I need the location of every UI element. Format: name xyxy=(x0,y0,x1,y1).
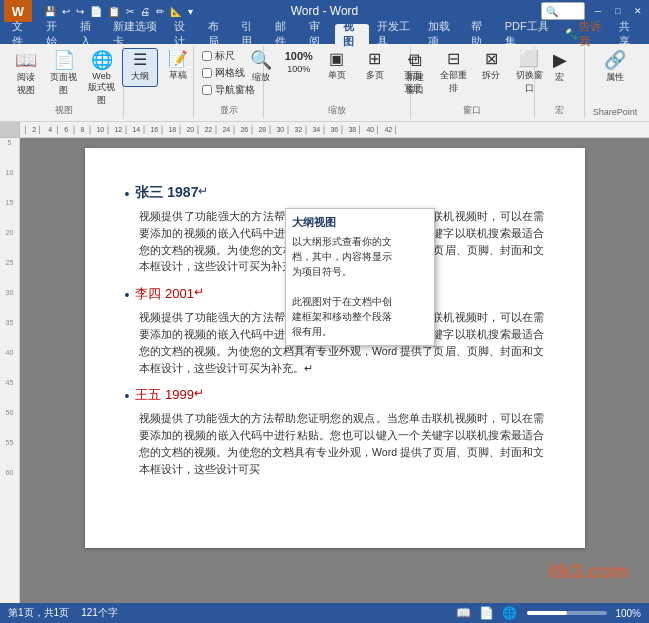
gridlines-checkbox[interactable] xyxy=(202,68,212,78)
list-item-3: • 王五 1999 ↵ xyxy=(125,386,545,404)
item-title-1[interactable]: 张三 1987 xyxy=(135,184,198,202)
qa-cut-icon[interactable]: ✂ xyxy=(124,5,136,18)
tab-layout[interactable]: 布局 xyxy=(200,24,234,44)
multipage-button[interactable]: ⊞ 多页 xyxy=(357,48,393,85)
ruler-label: 标尺 xyxy=(215,49,235,63)
redo-icon[interactable]: ↪ xyxy=(74,5,86,18)
ruler-num-45: 45 xyxy=(0,378,19,408)
tab-design[interactable]: 设计 xyxy=(166,24,200,44)
qa-print-icon[interactable]: 🖨 xyxy=(138,5,152,18)
para-mark-1: ↵ xyxy=(198,184,208,198)
ruler-checkbox[interactable] xyxy=(202,51,212,61)
close-button[interactable]: ✕ xyxy=(631,4,645,18)
undo-icon[interactable]: ↩ xyxy=(60,5,72,18)
zoom100-button[interactable]: 100% 100% xyxy=(281,48,317,77)
tab-newdoc[interactable]: 新建选项卡 xyxy=(105,24,165,44)
web-icon: 🌐 xyxy=(91,51,113,69)
tab-pdf[interactable]: PDF工具集 xyxy=(497,24,557,44)
newwindow-button[interactable]: ⧉ 新建窗口 xyxy=(397,48,433,100)
page-label: 页面视图 xyxy=(50,71,78,97)
page-icon: 📄 xyxy=(53,51,75,69)
qa-pencil-icon[interactable]: ✏ xyxy=(154,5,166,18)
page-view-button[interactable]: 📄 页面视图 xyxy=(46,48,82,100)
ruler-num-60: 60 xyxy=(0,468,19,498)
item-title-3[interactable]: 王五 1999 xyxy=(135,386,194,404)
tab-insert[interactable]: 插入 xyxy=(72,24,106,44)
minimize-button[interactable]: ─ xyxy=(591,4,605,18)
save-icon[interactable]: 💾 xyxy=(42,5,58,18)
outline-button[interactable]: ☰ 大纲 xyxy=(122,48,158,87)
outline-content: ☰ 大纲 📝 草稿 xyxy=(122,48,196,117)
ribbon-group-macro: ▶ 宏 宏 xyxy=(535,46,585,119)
qa-more-icon[interactable]: ▾ xyxy=(186,5,195,18)
ruler-container: │ 2 │ 4 │ 6 │ 8 │ 10 │ 12 │ 14 │ 16 │ 18… xyxy=(0,122,649,138)
item-title-2[interactable]: 李四 2001 xyxy=(135,285,194,303)
title-bar-title: Word - Word xyxy=(291,4,359,18)
zoom-group-label: 缩放 xyxy=(264,104,410,117)
macro-button[interactable]: ▶ 宏 xyxy=(542,48,578,87)
tooltip-title: 大纲视图 xyxy=(292,215,428,230)
ruler-num-20: 20 xyxy=(0,228,19,258)
split-button[interactable]: ⊠ 拆分 xyxy=(473,48,509,85)
bullet-dot-2: • xyxy=(125,287,130,303)
status-bar: 第1页，共1页 121个字 📖 📄 🌐 100% xyxy=(0,603,649,623)
tooltip-text: 以大纲形式查看你的文档，其中，内容将显示为项目符号。此视图对于在文档中创建框架和… xyxy=(292,234,428,339)
macro-group-label: 宏 xyxy=(535,104,584,117)
tab-mail[interactable]: 邮件 xyxy=(267,24,301,44)
ribbon-tabs: 文件 开始 插入 新建选项卡 设计 布局 引用 邮件 审阅 视图 开发工具 加载… xyxy=(0,22,649,44)
ruler-num-5: 5 xyxy=(0,138,19,168)
tab-help[interactable]: 帮助 xyxy=(463,24,497,44)
tab-review[interactable]: 审阅 xyxy=(301,24,335,44)
word-count: 121个字 xyxy=(81,606,118,620)
restore-button[interactable]: □ xyxy=(611,4,625,18)
tab-view[interactable]: 视图 xyxy=(335,24,369,44)
arrange-button[interactable]: ⊟ 全部重排 xyxy=(435,48,471,98)
draft-button[interactable]: 📝 草稿 xyxy=(160,48,196,85)
read-view-button[interactable]: 📖 阅读视图 xyxy=(8,48,44,100)
draft-icon: 📝 xyxy=(168,51,188,67)
ruler-top-marks: │ 2 │ 4 │ 6 │ 8 │ 10 │ 12 │ 14 │ 16 │ 18… xyxy=(24,126,399,133)
tab-developer[interactable]: 开发工具 xyxy=(369,24,421,44)
tab-share[interactable]: 共享 xyxy=(611,24,645,44)
gridlines-label: 网格线 xyxy=(215,66,245,80)
macro-icon: ▶ xyxy=(553,51,567,69)
tab-file[interactable]: 文件 xyxy=(4,24,38,44)
ribbon-group-views: 📖 阅读视图 📄 页面视图 🌐 Web 版式视图 视图 xyxy=(4,46,124,119)
document-area[interactable]: 大纲视图 以大纲形式查看你的文档，其中，内容将显示为项目符号。此视图对于在文档中… xyxy=(20,138,649,603)
zoom-icon: 🔍 xyxy=(250,51,272,69)
tab-references[interactable]: 引用 xyxy=(233,24,267,44)
page-info: 第1页，共1页 xyxy=(8,606,69,620)
view-web-icon[interactable]: 🌐 xyxy=(500,605,519,621)
qa-ruler-icon[interactable]: 📐 xyxy=(168,5,184,18)
search-icon: 🔍 xyxy=(546,6,558,17)
ruler-corner xyxy=(0,122,20,138)
multipage-icon: ⊞ xyxy=(368,51,381,67)
watermark: itk3.com xyxy=(548,560,629,583)
ruler-num-10: 10 xyxy=(0,168,19,198)
sharepoint-button[interactable]: 🔗 属性 xyxy=(597,48,633,87)
onepage-button[interactable]: ▣ 单页 xyxy=(319,48,355,85)
web-view-button[interactable]: 🌐 Web 版式视图 xyxy=(84,48,120,110)
newwindow-label: 新建窗口 xyxy=(406,71,424,97)
zoom-slider-fill xyxy=(527,611,567,615)
navpane-checkbox[interactable] xyxy=(202,85,212,95)
para-mark-2: ↵ xyxy=(194,285,204,299)
qa-doc-icon[interactable]: 📄 xyxy=(88,5,104,18)
qa-paste-icon[interactable]: 📋 xyxy=(106,5,122,18)
zoom-slider[interactable] xyxy=(527,611,607,615)
ruler-num-55: 55 xyxy=(0,438,19,468)
app-title-text: Word - Word xyxy=(291,4,359,18)
newwindow-icon: ⧉ xyxy=(409,51,422,69)
search-box[interactable]: 🔍 登录 xyxy=(541,2,585,20)
tab-addins[interactable]: 加载项 xyxy=(420,24,463,44)
zoom-percent: 100% xyxy=(615,608,641,619)
view-page-icon[interactable]: 📄 xyxy=(477,605,496,621)
list-item-1: • 张三 1987 ↵ xyxy=(125,184,545,202)
tab-cloud[interactable]: 🔦 告诉我 xyxy=(557,24,611,44)
tab-home[interactable]: 开始 xyxy=(38,24,72,44)
outline-tooltip: 大纲视图 以大纲形式查看你的文档，其中，内容将显示为项目符号。此视图对于在文档中… xyxy=(285,208,435,346)
zoom-button[interactable]: 🔍 缩放 xyxy=(243,48,279,87)
split-icon: ⊠ xyxy=(485,51,498,67)
para-text-3[interactable]: 视频提供了功能强大的方法帮助您证明您的观点。当您单击联机视频时，可以在需要添加的… xyxy=(139,410,545,477)
view-read-icon[interactable]: 📖 xyxy=(454,605,473,621)
